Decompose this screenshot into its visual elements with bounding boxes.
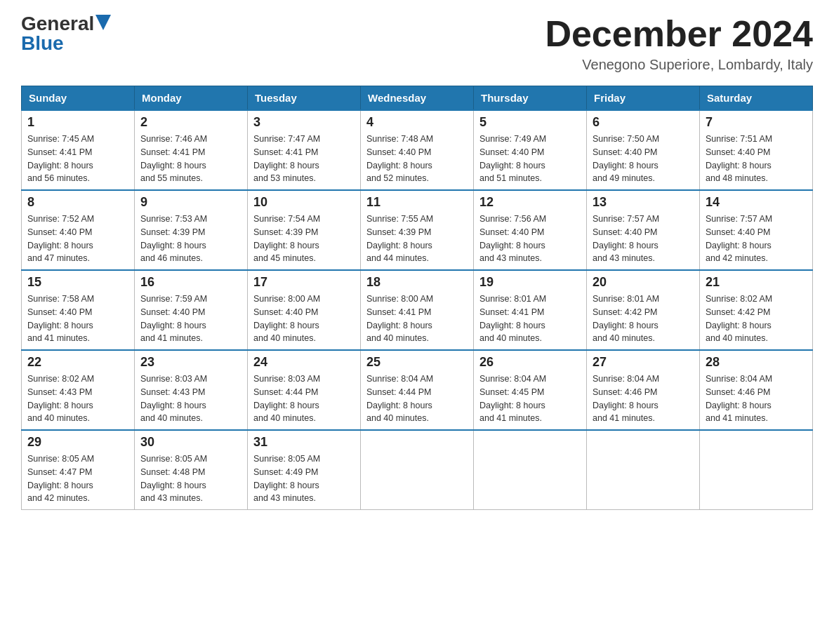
table-row: 1 Sunrise: 7:45 AM Sunset: 4:41 PM Dayli… <box>22 110 135 190</box>
table-row: 14 Sunrise: 7:57 AM Sunset: 4:40 PM Dayl… <box>700 190 813 270</box>
day-info: Sunrise: 7:57 AM Sunset: 4:40 PM Dayligh… <box>593 213 694 265</box>
table-row: 15 Sunrise: 7:58 AM Sunset: 4:40 PM Dayl… <box>22 270 135 350</box>
day-info: Sunrise: 7:48 AM Sunset: 4:40 PM Dayligh… <box>366 133 468 185</box>
day-info: Sunrise: 8:04 AM Sunset: 4:46 PM Dayligh… <box>706 373 807 425</box>
day-info: Sunrise: 7:56 AM Sunset: 4:40 PM Dayligh… <box>479 213 581 265</box>
day-number: 24 <box>253 355 355 370</box>
table-row: 18 Sunrise: 8:00 AM Sunset: 4:41 PM Dayl… <box>361 270 474 350</box>
day-number: 19 <box>479 275 581 290</box>
day-info: Sunrise: 7:53 AM Sunset: 4:39 PM Dayligh… <box>140 213 241 265</box>
day-info: Sunrise: 7:46 AM Sunset: 4:41 PM Dayligh… <box>140 133 241 185</box>
day-number: 1 <box>27 115 128 130</box>
day-info: Sunrise: 7:47 AM Sunset: 4:41 PM Dayligh… <box>253 133 355 185</box>
table-row: 2 Sunrise: 7:46 AM Sunset: 4:41 PM Dayli… <box>135 110 248 190</box>
day-info: Sunrise: 8:01 AM Sunset: 4:42 PM Dayligh… <box>593 293 694 345</box>
day-number: 5 <box>479 115 581 130</box>
day-number: 21 <box>706 275 807 290</box>
day-number: 20 <box>593 275 694 290</box>
day-number: 4 <box>366 115 468 130</box>
col-sunday: Sunday <box>22 86 135 111</box>
logo-arrow-icon <box>95 15 111 30</box>
day-info: Sunrise: 7:52 AM Sunset: 4:40 PM Dayligh… <box>27 213 128 265</box>
day-info: Sunrise: 8:05 AM Sunset: 4:47 PM Dayligh… <box>27 452 128 505</box>
col-friday: Friday <box>587 86 700 111</box>
day-number: 10 <box>253 195 355 210</box>
day-number: 3 <box>253 115 355 130</box>
table-row: 21 Sunrise: 8:02 AM Sunset: 4:42 PM Dayl… <box>700 270 813 350</box>
day-number: 31 <box>253 435 355 450</box>
calendar-header-row: Sunday Monday Tuesday Wednesday Thursday… <box>22 86 813 111</box>
table-row: 23 Sunrise: 8:03 AM Sunset: 4:43 PM Dayl… <box>135 350 248 430</box>
table-row: 6 Sunrise: 7:50 AM Sunset: 4:40 PM Dayli… <box>587 110 700 190</box>
day-number: 16 <box>140 275 241 290</box>
day-number: 11 <box>366 195 468 210</box>
day-info: Sunrise: 7:58 AM Sunset: 4:40 PM Dayligh… <box>27 293 128 345</box>
day-info: Sunrise: 7:50 AM Sunset: 4:40 PM Dayligh… <box>593 133 694 185</box>
day-info: Sunrise: 8:04 AM Sunset: 4:45 PM Dayligh… <box>479 373 581 425</box>
day-number: 15 <box>27 275 128 290</box>
table-row: 13 Sunrise: 7:57 AM Sunset: 4:40 PM Dayl… <box>587 190 700 270</box>
table-row: 4 Sunrise: 7:48 AM Sunset: 4:40 PM Dayli… <box>361 110 474 190</box>
table-row <box>700 430 813 510</box>
day-info: Sunrise: 8:05 AM Sunset: 4:48 PM Dayligh… <box>140 452 241 505</box>
table-row: 25 Sunrise: 8:04 AM Sunset: 4:44 PM Dayl… <box>361 350 474 430</box>
table-row: 30 Sunrise: 8:05 AM Sunset: 4:48 PM Dayl… <box>135 430 248 510</box>
col-wednesday: Wednesday <box>361 86 474 111</box>
day-number: 7 <box>706 115 807 130</box>
table-row: 27 Sunrise: 8:04 AM Sunset: 4:46 PM Dayl… <box>587 350 700 430</box>
logo-general-text: General <box>21 14 94 34</box>
table-row <box>474 430 587 510</box>
day-number: 6 <box>593 115 694 130</box>
table-row: 20 Sunrise: 8:01 AM Sunset: 4:42 PM Dayl… <box>587 270 700 350</box>
table-row: 26 Sunrise: 8:04 AM Sunset: 4:45 PM Dayl… <box>474 350 587 430</box>
day-number: 12 <box>479 195 581 210</box>
day-number: 27 <box>593 355 694 370</box>
day-info: Sunrise: 7:45 AM Sunset: 4:41 PM Dayligh… <box>27 133 128 185</box>
table-row: 17 Sunrise: 8:00 AM Sunset: 4:40 PM Dayl… <box>248 270 361 350</box>
location-subtitle: Venegono Superiore, Lombardy, Italy <box>545 57 813 73</box>
col-monday: Monday <box>135 86 248 111</box>
day-number: 29 <box>27 435 128 450</box>
table-row: 16 Sunrise: 7:59 AM Sunset: 4:40 PM Dayl… <box>135 270 248 350</box>
table-row: 8 Sunrise: 7:52 AM Sunset: 4:40 PM Dayli… <box>22 190 135 270</box>
day-info: Sunrise: 8:05 AM Sunset: 4:49 PM Dayligh… <box>253 452 355 505</box>
calendar-week-1: 1 Sunrise: 7:45 AM Sunset: 4:41 PM Dayli… <box>22 110 813 190</box>
table-row <box>587 430 700 510</box>
day-number: 23 <box>140 355 241 370</box>
table-row: 9 Sunrise: 7:53 AM Sunset: 4:39 PM Dayli… <box>135 190 248 270</box>
day-info: Sunrise: 8:02 AM Sunset: 4:43 PM Dayligh… <box>27 373 128 425</box>
table-row: 11 Sunrise: 7:55 AM Sunset: 4:39 PM Dayl… <box>361 190 474 270</box>
day-info: Sunrise: 7:55 AM Sunset: 4:39 PM Dayligh… <box>366 213 468 265</box>
day-number: 13 <box>593 195 694 210</box>
day-number: 2 <box>140 115 241 130</box>
table-row: 31 Sunrise: 8:05 AM Sunset: 4:49 PM Dayl… <box>248 430 361 510</box>
calendar-week-4: 22 Sunrise: 8:02 AM Sunset: 4:43 PM Dayl… <box>22 350 813 430</box>
day-number: 22 <box>27 355 128 370</box>
table-row: 29 Sunrise: 8:05 AM Sunset: 4:47 PM Dayl… <box>22 430 135 510</box>
day-number: 18 <box>366 275 468 290</box>
day-info: Sunrise: 7:59 AM Sunset: 4:40 PM Dayligh… <box>140 293 241 345</box>
day-info: Sunrise: 8:03 AM Sunset: 4:43 PM Dayligh… <box>140 373 241 425</box>
day-info: Sunrise: 7:57 AM Sunset: 4:40 PM Dayligh… <box>706 213 807 265</box>
calendar-table: Sunday Monday Tuesday Wednesday Thursday… <box>21 86 813 510</box>
table-row: 3 Sunrise: 7:47 AM Sunset: 4:41 PM Dayli… <box>248 110 361 190</box>
day-number: 26 <box>479 355 581 370</box>
day-number: 28 <box>706 355 807 370</box>
table-row: 10 Sunrise: 7:54 AM Sunset: 4:39 PM Dayl… <box>248 190 361 270</box>
logo-blue-text: Blue <box>21 34 64 53</box>
table-row: 24 Sunrise: 8:03 AM Sunset: 4:44 PM Dayl… <box>248 350 361 430</box>
day-number: 9 <box>140 195 241 210</box>
table-row: 28 Sunrise: 8:04 AM Sunset: 4:46 PM Dayl… <box>700 350 813 430</box>
table-row <box>361 430 474 510</box>
calendar-week-3: 15 Sunrise: 7:58 AM Sunset: 4:40 PM Dayl… <box>22 270 813 350</box>
calendar-week-2: 8 Sunrise: 7:52 AM Sunset: 4:40 PM Dayli… <box>22 190 813 270</box>
day-number: 25 <box>366 355 468 370</box>
day-info: Sunrise: 8:04 AM Sunset: 4:44 PM Dayligh… <box>366 373 468 425</box>
table-row: 12 Sunrise: 7:56 AM Sunset: 4:40 PM Dayl… <box>474 190 587 270</box>
day-info: Sunrise: 8:04 AM Sunset: 4:46 PM Dayligh… <box>593 373 694 425</box>
logo: General Blue <box>21 14 111 53</box>
page-header: General Blue December 2024 Venegono Supe… <box>21 14 813 73</box>
day-info: Sunrise: 8:02 AM Sunset: 4:42 PM Dayligh… <box>706 293 807 345</box>
day-info: Sunrise: 7:51 AM Sunset: 4:40 PM Dayligh… <box>706 133 807 185</box>
col-saturday: Saturday <box>700 86 813 111</box>
